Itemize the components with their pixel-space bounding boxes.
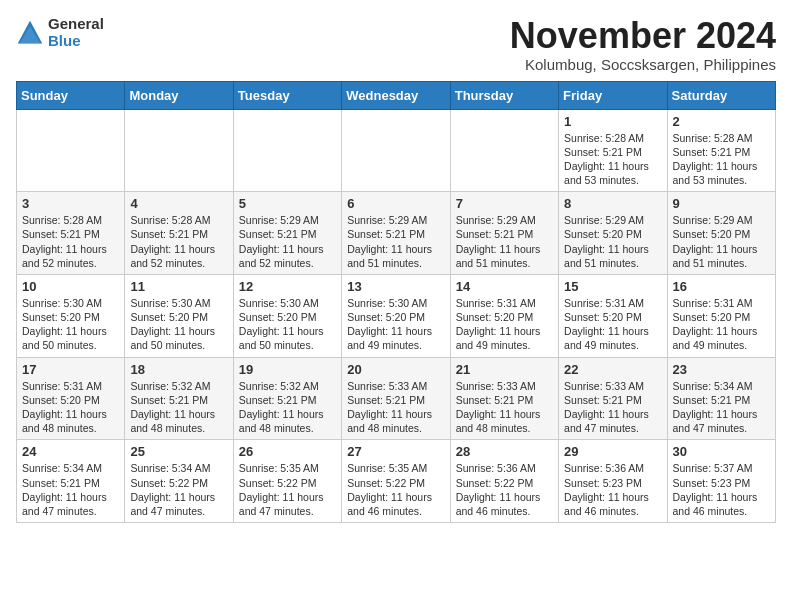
cell-info: Sunrise: 5:30 AM Sunset: 5:20 PM Dayligh… <box>130 296 227 353</box>
calendar-cell: 22Sunrise: 5:33 AM Sunset: 5:21 PM Dayli… <box>559 357 667 440</box>
calendar-week-3: 10Sunrise: 5:30 AM Sunset: 5:20 PM Dayli… <box>17 274 776 357</box>
calendar-cell: 10Sunrise: 5:30 AM Sunset: 5:20 PM Dayli… <box>17 274 125 357</box>
page-header: General Blue November 2024 Kolumbug, Soc… <box>16 16 776 73</box>
calendar-cell: 29Sunrise: 5:36 AM Sunset: 5:23 PM Dayli… <box>559 440 667 523</box>
day-number: 15 <box>564 279 661 294</box>
calendar-cell: 7Sunrise: 5:29 AM Sunset: 5:21 PM Daylig… <box>450 192 558 275</box>
calendar-cell: 12Sunrise: 5:30 AM Sunset: 5:20 PM Dayli… <box>233 274 341 357</box>
cell-info: Sunrise: 5:31 AM Sunset: 5:20 PM Dayligh… <box>22 379 119 436</box>
calendar-cell: 23Sunrise: 5:34 AM Sunset: 5:21 PM Dayli… <box>667 357 775 440</box>
calendar-cell: 15Sunrise: 5:31 AM Sunset: 5:20 PM Dayli… <box>559 274 667 357</box>
day-number: 13 <box>347 279 444 294</box>
cell-info: Sunrise: 5:34 AM Sunset: 5:22 PM Dayligh… <box>130 461 227 518</box>
cell-info: Sunrise: 5:33 AM Sunset: 5:21 PM Dayligh… <box>564 379 661 436</box>
day-number: 1 <box>564 114 661 129</box>
day-number: 26 <box>239 444 336 459</box>
logo: General Blue <box>16 16 104 49</box>
header-row: Sunday Monday Tuesday Wednesday Thursday… <box>17 81 776 109</box>
cell-info: Sunrise: 5:35 AM Sunset: 5:22 PM Dayligh… <box>347 461 444 518</box>
calendar-cell: 8Sunrise: 5:29 AM Sunset: 5:20 PM Daylig… <box>559 192 667 275</box>
day-number: 8 <box>564 196 661 211</box>
day-number: 19 <box>239 362 336 377</box>
cell-info: Sunrise: 5:29 AM Sunset: 5:21 PM Dayligh… <box>239 213 336 270</box>
calendar-cell: 20Sunrise: 5:33 AM Sunset: 5:21 PM Dayli… <box>342 357 450 440</box>
cell-info: Sunrise: 5:35 AM Sunset: 5:22 PM Dayligh… <box>239 461 336 518</box>
calendar-cell: 4Sunrise: 5:28 AM Sunset: 5:21 PM Daylig… <box>125 192 233 275</box>
header-friday: Friday <box>559 81 667 109</box>
calendar-cell: 24Sunrise: 5:34 AM Sunset: 5:21 PM Dayli… <box>17 440 125 523</box>
cell-info: Sunrise: 5:34 AM Sunset: 5:21 PM Dayligh… <box>673 379 770 436</box>
calendar-cell: 14Sunrise: 5:31 AM Sunset: 5:20 PM Dayli… <box>450 274 558 357</box>
cell-info: Sunrise: 5:36 AM Sunset: 5:22 PM Dayligh… <box>456 461 553 518</box>
header-thursday: Thursday <box>450 81 558 109</box>
calendar-cell <box>17 109 125 192</box>
calendar-cell: 13Sunrise: 5:30 AM Sunset: 5:20 PM Dayli… <box>342 274 450 357</box>
calendar-cell: 26Sunrise: 5:35 AM Sunset: 5:22 PM Dayli… <box>233 440 341 523</box>
calendar-table: Sunday Monday Tuesday Wednesday Thursday… <box>16 81 776 523</box>
calendar-cell <box>450 109 558 192</box>
day-number: 24 <box>22 444 119 459</box>
cell-info: Sunrise: 5:32 AM Sunset: 5:21 PM Dayligh… <box>130 379 227 436</box>
calendar-cell: 16Sunrise: 5:31 AM Sunset: 5:20 PM Dayli… <box>667 274 775 357</box>
logo-general-label: General <box>48 16 104 33</box>
header-monday: Monday <box>125 81 233 109</box>
calendar-cell: 6Sunrise: 5:29 AM Sunset: 5:21 PM Daylig… <box>342 192 450 275</box>
calendar-cell: 2Sunrise: 5:28 AM Sunset: 5:21 PM Daylig… <box>667 109 775 192</box>
day-number: 5 <box>239 196 336 211</box>
calendar-cell <box>233 109 341 192</box>
day-number: 27 <box>347 444 444 459</box>
cell-info: Sunrise: 5:31 AM Sunset: 5:20 PM Dayligh… <box>456 296 553 353</box>
calendar-cell: 18Sunrise: 5:32 AM Sunset: 5:21 PM Dayli… <box>125 357 233 440</box>
month-year-title: November 2024 <box>510 16 776 56</box>
day-number: 18 <box>130 362 227 377</box>
day-number: 29 <box>564 444 661 459</box>
logo-text: General Blue <box>48 16 104 49</box>
header-wednesday: Wednesday <box>342 81 450 109</box>
cell-info: Sunrise: 5:28 AM Sunset: 5:21 PM Dayligh… <box>130 213 227 270</box>
calendar-body: 1Sunrise: 5:28 AM Sunset: 5:21 PM Daylig… <box>17 109 776 522</box>
cell-info: Sunrise: 5:28 AM Sunset: 5:21 PM Dayligh… <box>673 131 770 188</box>
day-number: 7 <box>456 196 553 211</box>
calendar-cell: 30Sunrise: 5:37 AM Sunset: 5:23 PM Dayli… <box>667 440 775 523</box>
cell-info: Sunrise: 5:29 AM Sunset: 5:21 PM Dayligh… <box>456 213 553 270</box>
cell-info: Sunrise: 5:30 AM Sunset: 5:20 PM Dayligh… <box>22 296 119 353</box>
day-number: 28 <box>456 444 553 459</box>
cell-info: Sunrise: 5:34 AM Sunset: 5:21 PM Dayligh… <box>22 461 119 518</box>
calendar-cell <box>342 109 450 192</box>
day-number: 10 <box>22 279 119 294</box>
calendar-week-2: 3Sunrise: 5:28 AM Sunset: 5:21 PM Daylig… <box>17 192 776 275</box>
calendar-cell: 11Sunrise: 5:30 AM Sunset: 5:20 PM Dayli… <box>125 274 233 357</box>
header-sunday: Sunday <box>17 81 125 109</box>
calendar-cell: 21Sunrise: 5:33 AM Sunset: 5:21 PM Dayli… <box>450 357 558 440</box>
header-tuesday: Tuesday <box>233 81 341 109</box>
day-number: 6 <box>347 196 444 211</box>
location-subtitle: Kolumbug, Soccsksargen, Philippines <box>510 56 776 73</box>
day-number: 22 <box>564 362 661 377</box>
day-number: 3 <box>22 196 119 211</box>
cell-info: Sunrise: 5:30 AM Sunset: 5:20 PM Dayligh… <box>239 296 336 353</box>
day-number: 20 <box>347 362 444 377</box>
day-number: 21 <box>456 362 553 377</box>
calendar-cell: 25Sunrise: 5:34 AM Sunset: 5:22 PM Dayli… <box>125 440 233 523</box>
header-saturday: Saturday <box>667 81 775 109</box>
cell-info: Sunrise: 5:30 AM Sunset: 5:20 PM Dayligh… <box>347 296 444 353</box>
calendar-header: Sunday Monday Tuesday Wednesday Thursday… <box>17 81 776 109</box>
calendar-cell <box>125 109 233 192</box>
calendar-cell: 28Sunrise: 5:36 AM Sunset: 5:22 PM Dayli… <box>450 440 558 523</box>
cell-info: Sunrise: 5:29 AM Sunset: 5:21 PM Dayligh… <box>347 213 444 270</box>
calendar-week-5: 24Sunrise: 5:34 AM Sunset: 5:21 PM Dayli… <box>17 440 776 523</box>
calendar-cell: 27Sunrise: 5:35 AM Sunset: 5:22 PM Dayli… <box>342 440 450 523</box>
day-number: 17 <box>22 362 119 377</box>
calendar-cell: 1Sunrise: 5:28 AM Sunset: 5:21 PM Daylig… <box>559 109 667 192</box>
day-number: 14 <box>456 279 553 294</box>
cell-info: Sunrise: 5:32 AM Sunset: 5:21 PM Dayligh… <box>239 379 336 436</box>
cell-info: Sunrise: 5:37 AM Sunset: 5:23 PM Dayligh… <box>673 461 770 518</box>
cell-info: Sunrise: 5:28 AM Sunset: 5:21 PM Dayligh… <box>564 131 661 188</box>
calendar-cell: 19Sunrise: 5:32 AM Sunset: 5:21 PM Dayli… <box>233 357 341 440</box>
logo-blue-label: Blue <box>48 33 104 50</box>
day-number: 16 <box>673 279 770 294</box>
cell-info: Sunrise: 5:31 AM Sunset: 5:20 PM Dayligh… <box>564 296 661 353</box>
day-number: 11 <box>130 279 227 294</box>
cell-info: Sunrise: 5:29 AM Sunset: 5:20 PM Dayligh… <box>564 213 661 270</box>
day-number: 25 <box>130 444 227 459</box>
